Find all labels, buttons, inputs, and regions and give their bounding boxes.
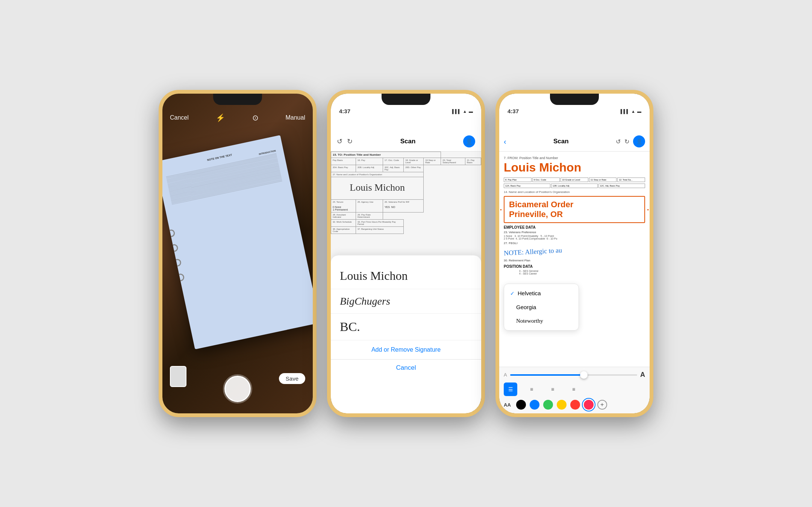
- globe-icon[interactable]: ⊙: [252, 113, 259, 122]
- font-picker-dropdown: ✓ Helvetica Georgia Noteworthy: [504, 284, 579, 331]
- grade-cell: 18. Grade or Level: [404, 158, 424, 165]
- person-name: Louis Michon: [504, 161, 645, 175]
- notch: [213, 94, 262, 105]
- field-15: 15. TO: Position Title and Number: [331, 152, 441, 158]
- position-data-header: POSITION DATA: [504, 264, 645, 269]
- share-icon[interactable]: ↺: [616, 138, 621, 145]
- signal-icon: ▌▌▌: [452, 109, 461, 114]
- color-row: AA +: [504, 400, 645, 410]
- adj-basic-pay-cell: 12C. Adj. Basic Pay: [598, 184, 645, 188]
- phone-scan: 4:37 ▌▌▌ ▲ ▬ ↺ ↻ Scan 👤: [327, 90, 485, 417]
- add-color-button[interactable]: +: [597, 400, 607, 410]
- font-name-helvetica: Helvetica: [518, 290, 541, 296]
- status-icons: ▌▌▌ ▲ ▬: [452, 109, 473, 114]
- tenure-cell: 24. Tenure0 None1 Permanent: [331, 200, 356, 213]
- align-center-button[interactable]: ≡: [525, 383, 538, 396]
- signature-panel: Louis Michon BigChugers BC. Add or Remov…: [331, 255, 481, 413]
- phone-annotate: 4:37 ▌▌▌ ▲ ▬ ‹ Scan ↺ ↻ 👤: [495, 90, 653, 417]
- font-size-slider[interactable]: [510, 374, 637, 376]
- ses-options: 3 - SES General 4 - SES Career: [504, 270, 645, 275]
- total-sal-cell: 12. Total Sa...: [617, 178, 645, 182]
- signature-option-2[interactable]: BigChugers: [331, 289, 481, 314]
- person-icon-button[interactable]: 👤: [463, 135, 475, 147]
- step-rate-cell: 11 Step or Rate: [589, 178, 617, 182]
- scan-screen: 4:37 ▌▌▌ ▲ ▬ ↺ ↻ Scan 👤: [331, 94, 481, 413]
- font-option-helvetica[interactable]: ✓ Helvetica: [504, 286, 579, 300]
- signature-option-3[interactable]: BC.: [331, 314, 481, 340]
- employee-data-header: EMPLOYEE DATA: [504, 225, 645, 229]
- fegli-row: 27. FEGLI: [504, 241, 645, 245]
- locality-adj-cell: 12B. Locality Adj: [551, 184, 598, 188]
- occ-cell: 17. Occ. Code: [383, 158, 403, 165]
- shutter-button[interactable]: [224, 376, 251, 402]
- thumbnail-preview[interactable]: [170, 366, 186, 387]
- signature-text-3: BC.: [340, 320, 472, 334]
- annotation-toolbar: A A ☰ ≡ ≡ ≡ AA: [499, 367, 650, 413]
- basic-pay-cell: 20A. Basic Pay: [331, 165, 356, 172]
- aa-button[interactable]: AA: [504, 402, 511, 408]
- vet-pref-cell: 26. Veterans Pref for RIFYES NO: [383, 200, 423, 213]
- font-option-georgia[interactable]: Georgia: [504, 300, 579, 314]
- battery-icon: ▬: [469, 109, 473, 114]
- signature-text-1: Louis Michon: [340, 269, 472, 283]
- scan-title: Scan: [353, 138, 463, 145]
- wifi-icon: ▲: [463, 109, 467, 114]
- form-row-pay2: 12A. Basic Pay 12B. Locality Adj 12C. Ad…: [504, 184, 645, 188]
- vet-pref-label: 23. Veterans Preference: [504, 231, 645, 234]
- time-display: 4:37: [339, 108, 350, 114]
- color-black[interactable]: [516, 400, 526, 410]
- camera-screen: NOTE ON THE TEXT INTRODUCTION: [162, 94, 313, 413]
- font-name-georgia: Georgia: [516, 304, 536, 310]
- color-red[interactable]: [570, 400, 580, 410]
- basic-pay-cell: 12A. Basic Pay: [504, 184, 550, 188]
- font-option-noteworthy[interactable]: Noteworthy: [504, 314, 579, 328]
- save-button[interactable]: Save: [279, 373, 305, 384]
- approp-cell: 36. Appropriation Code: [331, 227, 356, 234]
- align-right-button[interactable]: ≡: [546, 383, 559, 396]
- bargain-cell: 37. Bargaining Unit Status: [356, 227, 404, 234]
- name-location-label: 14. Name and Location of Position's Orga…: [504, 190, 645, 194]
- rotate-icon[interactable]: ↻: [624, 138, 629, 145]
- color-blue[interactable]: [530, 400, 539, 410]
- align-left-button[interactable]: ☰: [504, 383, 517, 396]
- annotate-document: 7. FROM: Position Title and Number Louis…: [499, 152, 650, 347]
- notch: [550, 94, 599, 105]
- signature-text-2: BigChugers: [340, 295, 472, 307]
- battery-icon: ▬: [637, 109, 641, 114]
- header-left-icons: ↺ ↻: [337, 137, 353, 146]
- cancel-button[interactable]: Cancel: [170, 114, 189, 121]
- vet-options: 1 None 3. 10 Point;Disability 5 - 10 Poi…: [504, 235, 645, 240]
- location-highlighted-box[interactable]: Bicameral Order Prineville, OR: [504, 196, 645, 223]
- signature-option-1[interactable]: Louis Michon: [331, 263, 481, 289]
- rotate-ccw-icon[interactable]: ↺: [337, 137, 342, 146]
- flash-icon[interactable]: ⚡: [216, 113, 225, 122]
- location-line2: Prineville, OR: [509, 209, 640, 219]
- annotate-screen: 4:37 ▌▌▌ ▲ ▬ ‹ Scan ↺ ↻ 👤: [499, 94, 650, 413]
- color-pink-selected[interactable]: [584, 400, 594, 410]
- name-location-cell: 27. Name and Location of Position's Orga…: [331, 172, 424, 177]
- font-size-large-label: A: [640, 371, 645, 379]
- camera-controls: Save: [162, 376, 313, 402]
- annotate-title: Scan: [553, 138, 569, 145]
- annotate-header: ‹ Scan ↺ ↻ 👤: [499, 116, 650, 152]
- manual-button[interactable]: Manual: [285, 114, 305, 121]
- back-button[interactable]: ‹: [504, 137, 506, 146]
- align-justify-button[interactable]: ≡: [567, 383, 580, 396]
- signature-cancel-button[interactable]: Cancel: [331, 359, 481, 376]
- time-display: 4:37: [508, 108, 519, 114]
- color-green[interactable]: [543, 400, 553, 410]
- font-size-row: A A: [504, 371, 645, 379]
- person-icon-button[interactable]: 👤: [633, 135, 645, 147]
- occ-code-cell: 9 Occ. Code: [532, 178, 560, 182]
- color-yellow[interactable]: [557, 400, 567, 410]
- add-remove-signature-button[interactable]: Add or Remove Signature: [331, 340, 481, 359]
- form-row-pay: 8. Pay Plan 9 Occ. Code 10 Grade or Leve…: [504, 178, 645, 182]
- rotate-cw-icon[interactable]: ↻: [347, 137, 353, 146]
- locality-cell: 20B. Locality Adj: [356, 165, 383, 172]
- handwritten-note: NOTE: Allergic to au: [504, 246, 562, 257]
- wifi-icon: ▲: [631, 109, 635, 114]
- annuitant-cell: 28. Annuitant Indicator: [331, 213, 356, 220]
- status-icons: ▌▌▌ ▲ ▬: [621, 109, 641, 114]
- alignment-row: ☰ ≡ ≡ ≡: [504, 383, 645, 396]
- slider-thumb: [580, 371, 588, 379]
